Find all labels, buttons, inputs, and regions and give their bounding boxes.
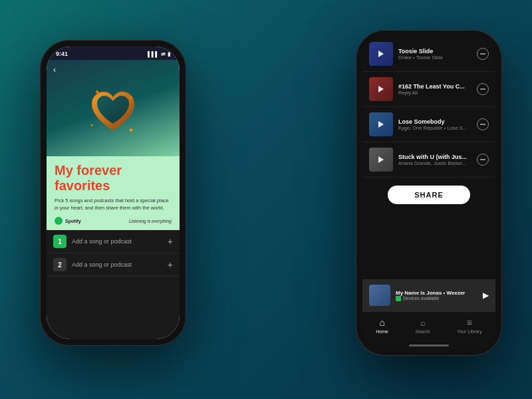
song-item-2[interactable]: 2 Add a song or podcast + [47, 253, 180, 277]
cover-area: ‹ ✦ ✦ ✦ ✦ [47, 60, 180, 156]
spotify-circle-icon [55, 217, 63, 225]
status-icons-left: ▌▌▌ ⇌ ▮ [148, 51, 170, 57]
sparkle-icon-3: ✦ [90, 123, 94, 128]
left-phone-screen: 9:41 ▌▌▌ ⇌ ▮ ‹ ✦ ✦ ✦ ✦ [47, 47, 180, 339]
song-artist-4: Ariana Grande, Justin Bieber... [398, 160, 471, 166]
remove-song-btn-4[interactable] [477, 154, 489, 166]
heart-artwork: ✦ ✦ ✦ ✦ [86, 85, 140, 138]
play-overlay-2 [378, 86, 384, 92]
now-playing-info: My Name Is Jonas • Weezer Devices availa… [396, 290, 477, 301]
library-nav-label: Your Library [457, 329, 482, 334]
song-thumb-2 [369, 77, 393, 101]
now-playing-sub: Devices available [396, 296, 477, 301]
song-artist-2: Reply All [398, 90, 471, 96]
home-nav-icon: ⌂ [379, 317, 384, 328]
devices-available-text: Devices available [403, 296, 439, 301]
right-songs-list: Toosie Slide Drake • Toosie Slide #162 T… [362, 37, 495, 279]
battery-icon: ▮ [168, 51, 170, 57]
minus-icon-4 [480, 159, 485, 160]
nav-search[interactable]: ⌕ Search [415, 317, 430, 334]
signal-icon: ▌▌▌ [148, 51, 159, 57]
song-number-2: 2 [53, 258, 66, 271]
song-thumb-3 [369, 112, 393, 136]
song-label-1: Add a song or podcast [72, 238, 162, 245]
right-phone-screen: Toosie Slide Drake • Toosie Slide #162 T… [362, 37, 495, 349]
song-title-2: #162 The Least You C... [398, 83, 471, 90]
right-phone: Toosie Slide Drake • Toosie Slide #162 T… [356, 30, 502, 356]
share-section: SHARE [362, 178, 495, 212]
library-nav-icon: ≡ [467, 317, 472, 328]
nav-home[interactable]: ⌂ Home [376, 317, 388, 334]
minus-icon-3 [480, 124, 485, 125]
song-title-4: Stuck with U (with Jus... [398, 154, 471, 160]
song-number-1: 1 [53, 235, 66, 248]
wifi-icon: ⇌ [161, 51, 166, 57]
time-left: 9:41 [56, 51, 68, 57]
search-nav-icon: ⌕ [420, 317, 426, 328]
now-playing-bar[interactable]: My Name Is Jonas • Weezer Devices availa… [362, 279, 495, 311]
remove-song-btn-1[interactable] [477, 48, 489, 60]
nav-library[interactable]: ≡ Your Library [457, 317, 482, 334]
home-nav-label: Home [376, 329, 388, 334]
minus-icon-2 [480, 88, 485, 90]
devices-icon [396, 296, 401, 301]
right-song-item-4[interactable]: Stuck with U (with Jus... Ariana Grande,… [362, 142, 495, 178]
search-nav-label: Search [415, 329, 430, 334]
song-artist-3: Kygo, One Republic • Lose S... [398, 125, 471, 131]
remove-song-btn-3[interactable] [477, 118, 489, 130]
sparkle-icon-2: ✦ [129, 95, 133, 100]
sparkle-icon-1: ✦ [94, 88, 100, 96]
song-item-1[interactable]: 1 Add a song or podcast + [47, 230, 180, 253]
playlist-description: Pick 5 songs and podcasts that hold a sp… [55, 198, 172, 211]
song-thumb-1 [369, 42, 393, 66]
play-overlay-1 [378, 51, 384, 57]
song-info-4: Stuck with U (with Jus... Ariana Grande,… [398, 154, 471, 166]
play-button-right[interactable]: ▶ [483, 291, 489, 300]
playlist-info: My forever favorites Pick 5 songs and po… [47, 156, 180, 230]
remove-song-btn-2[interactable] [477, 83, 489, 95]
now-playing-title: My Name Is Jonas • Weezer [396, 290, 477, 296]
song-thumb-4 [369, 148, 393, 172]
spotify-branding: Spotify Listening is everything [55, 217, 172, 225]
song-info-1: Toosie Slide Drake • Toosie Slide [398, 48, 471, 61]
song-list: 1 Add a song or podcast + 2 Add a song o… [47, 230, 180, 339]
song-title-3: Lose Somebody [398, 118, 471, 125]
back-arrow-icon[interactable]: ‹ [53, 65, 56, 74]
share-button[interactable]: SHARE [388, 186, 470, 204]
minus-icon-1 [480, 53, 485, 55]
song-info-2: #162 The Least You C... Reply All [398, 83, 471, 96]
right-song-item-3[interactable]: Lose Somebody Kygo, One Republic • Lose … [362, 107, 495, 142]
playlist-title: My forever favorites [55, 163, 172, 194]
spotify-brand-text: Spotify [65, 219, 81, 223]
add-song-icon-1[interactable]: + [168, 236, 173, 247]
right-song-item-2[interactable]: #162 The Least You C... Reply All [362, 72, 495, 107]
add-song-icon-2[interactable]: + [168, 259, 173, 270]
play-overlay-3 [378, 121, 384, 128]
right-song-item-1[interactable]: Toosie Slide Drake • Toosie Slide [362, 37, 495, 72]
status-bar-left: 9:41 ▌▌▌ ⇌ ▮ [47, 47, 180, 60]
home-indicator [409, 344, 449, 346]
song-title-1: Toosie Slide [398, 48, 471, 55]
tagline-text: Listening is everything [129, 219, 172, 223]
song-label-2: Add a song or podcast [72, 261, 162, 268]
play-overlay-4 [378, 156, 384, 163]
song-artist-1: Drake • Toosie Slide [398, 55, 471, 61]
sparkle-icon-4: ✦ [128, 126, 134, 135]
spotify-logo-row: Spotify [55, 217, 81, 225]
now-playing-thumb [369, 285, 390, 306]
song-info-3: Lose Somebody Kygo, One Republic • Lose … [398, 118, 471, 131]
bottom-nav: ⌂ Home ⌕ Search ≡ Your Library [362, 311, 495, 343]
left-phone: 9:41 ▌▌▌ ⇌ ▮ ‹ ✦ ✦ ✦ ✦ [40, 40, 186, 346]
